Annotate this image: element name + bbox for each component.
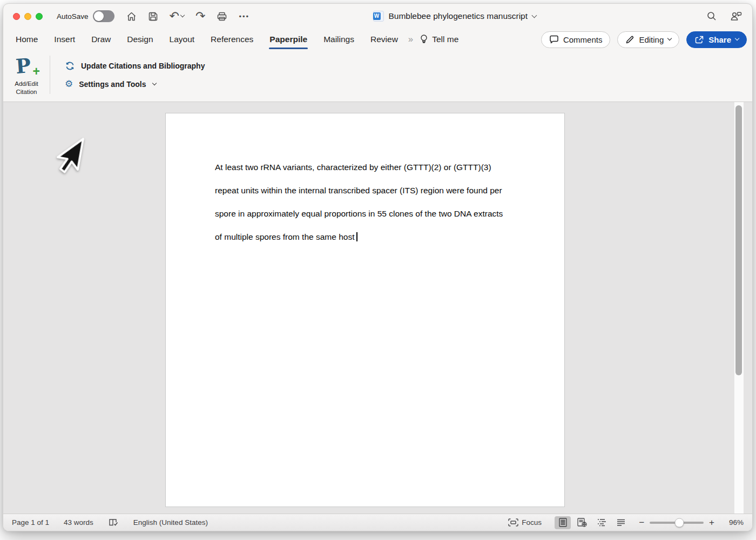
ribbon-tab-bar: Home Insert Draw Design Layout Reference… <box>3 29 752 50</box>
sync-refresh-icon <box>65 61 75 71</box>
focus-label: Focus <box>522 518 542 526</box>
scrollbar-thumb[interactable] <box>735 105 742 375</box>
tab-references[interactable]: References <box>202 31 261 48</box>
tab-draw[interactable]: Draw <box>83 31 119 48</box>
doc-line-2: repeat units within the internal transcr… <box>215 179 526 202</box>
lightbulb-icon <box>420 34 428 45</box>
paperpile-ribbon: P + Add/Edit Citation Update Citations a… <box>3 50 752 102</box>
autosave-toggle[interactable] <box>93 10 114 22</box>
word-doc-icon: W <box>373 11 383 22</box>
zoom-slider-thumb[interactable] <box>675 518 684 527</box>
outline-view-button[interactable] <box>593 516 610 529</box>
share-chevron-icon <box>735 36 739 40</box>
pencil-icon <box>625 35 634 44</box>
editing-chevron-icon <box>667 36 672 40</box>
redo-icon: ↷ <box>195 10 205 22</box>
document-page[interactable]: At least two rRNA variants, characterize… <box>165 113 565 507</box>
zoom-out-button[interactable]: − <box>639 517 644 528</box>
print-layout-view-button[interactable] <box>555 516 571 529</box>
tab-overflow-icon[interactable]: ›› <box>406 34 416 45</box>
text-caret <box>356 232 357 241</box>
tab-review[interactable]: Review <box>362 31 406 48</box>
web-layout-view-button[interactable] <box>574 516 590 529</box>
fullscreen-button[interactable] <box>36 13 43 20</box>
add-edit-citation-button[interactable]: P + Add/Edit Citation <box>3 51 50 98</box>
share-icon <box>694 35 704 44</box>
tab-layout[interactable]: Layout <box>161 31 203 48</box>
traffic-lights <box>13 13 43 20</box>
gear-icon: ⚙ <box>65 79 73 89</box>
share-button[interactable]: Share <box>686 31 747 48</box>
add-edit-citation-label: Add/Edit Citation <box>15 80 38 96</box>
doc-line-3: spore in approximately equal proportions… <box>215 202 526 225</box>
undo-button[interactable]: ↶ <box>170 10 184 22</box>
close-button[interactable] <box>13 13 20 20</box>
proofing-status-icon[interactable] <box>108 518 119 527</box>
comments-button[interactable]: Comments <box>541 31 611 48</box>
doc-line-1: At least two rRNA variants, characterize… <box>215 156 526 179</box>
document-text[interactable]: At least two rRNA variants, characterize… <box>166 113 564 248</box>
settings-and-tools-button[interactable]: ⚙ Settings and Tools <box>65 79 205 89</box>
zoom-in-button[interactable]: + <box>709 517 714 528</box>
undo-chevron-icon[interactable] <box>180 13 185 17</box>
mouse-cursor-icon <box>53 132 87 178</box>
tab-paperpile[interactable]: Paperpile <box>261 31 315 48</box>
document-title: Bumblebee phylogenetics manuscript <box>388 11 528 21</box>
undo-icon: ↶ <box>170 10 179 22</box>
focus-button[interactable]: Focus <box>508 518 542 526</box>
tell-me-button[interactable]: Tell me <box>416 34 462 45</box>
account-feedback-icon[interactable] <box>730 11 742 22</box>
doc-line-4: of multiple spores from the same host <box>215 225 526 248</box>
ribbon-divider <box>50 56 50 94</box>
home-icon[interactable] <box>126 11 137 22</box>
print-icon[interactable] <box>217 11 227 22</box>
document-canvas: At least two rRNA variants, characterize… <box>3 102 752 514</box>
draft-view-button[interactable] <box>613 516 629 529</box>
more-commands-button[interactable]: ••• <box>239 12 249 21</box>
tab-insert[interactable]: Insert <box>46 31 83 48</box>
editing-mode-button[interactable]: Editing <box>617 31 679 48</box>
tab-mailings[interactable]: Mailings <box>315 31 362 48</box>
settings-chevron-icon <box>152 80 157 85</box>
tab-design[interactable]: Design <box>119 31 161 48</box>
page-indicator[interactable]: Page 1 of 1 <box>12 518 49 526</box>
paperpile-logo-icon: P + <box>16 54 37 78</box>
word-count[interactable]: 43 words <box>64 518 93 526</box>
zoom-slider[interactable] <box>650 522 704 524</box>
autosave-label: AutoSave <box>57 12 89 21</box>
titlebar: AutoSave ↶ ↷ ••• W <box>3 4 752 29</box>
title-chevron-icon <box>532 12 537 18</box>
redo-button[interactable]: ↷ <box>195 10 205 22</box>
status-bar: Page 1 of 1 43 words English (United Sta… <box>3 514 752 531</box>
language-selector[interactable]: English (United States) <box>133 518 208 526</box>
tab-home[interactable]: Home <box>8 31 46 48</box>
update-citations-button[interactable]: Update Citations and Bibliography <box>65 61 205 71</box>
document-title-menu[interactable]: W Bumblebee phylogenetics manuscript <box>373 4 536 29</box>
search-icon[interactable] <box>706 11 717 22</box>
zoom-level[interactable]: 96% <box>722 518 744 526</box>
save-icon[interactable] <box>148 11 158 22</box>
minimize-button[interactable] <box>24 13 31 20</box>
comment-bubble-icon <box>549 35 559 44</box>
word-window: AutoSave ↶ ↷ ••• W <box>3 3 753 531</box>
